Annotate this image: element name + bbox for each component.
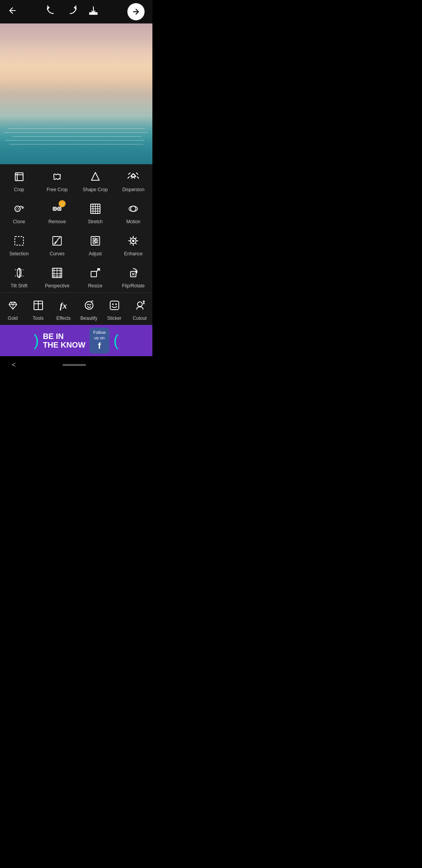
free-crop-icon <box>50 170 64 184</box>
dispersion-icon <box>126 170 140 184</box>
download-button[interactable] <box>88 5 98 18</box>
crop-tool[interactable]: Crop <box>0 164 38 196</box>
ad-text-block: BE IN THE KNOW <box>43 332 86 349</box>
sticker-icon <box>107 298 122 312</box>
ad-line1: BE IN <box>43 332 86 341</box>
remove-icon: 👑 <box>50 202 64 216</box>
ad-banner[interactable]: ) BE IN THE KNOW Follow us on f ( <box>0 325 152 356</box>
svg-point-8 <box>54 208 55 210</box>
crop-label: Crop <box>14 187 24 192</box>
enhance-icon <box>126 234 140 248</box>
svg-point-28 <box>93 242 95 244</box>
sticker-label: Sticker <box>107 316 122 321</box>
tilt-shift-label: Tilt Shift <box>11 283 27 289</box>
cutout-tool[interactable]: Cutout <box>127 293 152 325</box>
svg-point-58 <box>115 303 117 305</box>
stretch-tool[interactable]: Stretch <box>76 196 114 228</box>
gold-label: Gold <box>8 316 18 321</box>
svg-text:fx: fx <box>60 301 67 310</box>
adjust-label: Adjust <box>89 251 102 256</box>
free-crop-tool[interactable]: Free Crop <box>38 164 77 196</box>
system-back-button[interactable]: < <box>12 361 16 369</box>
next-button[interactable] <box>127 3 145 20</box>
tools-row-2: Clone 👑 Remove <box>0 196 152 228</box>
motion-tool[interactable]: Motion <box>114 196 153 228</box>
curves-tool[interactable]: Curves <box>38 228 77 260</box>
resize-icon <box>88 266 102 280</box>
back-button[interactable] <box>8 6 17 18</box>
flip-rotate-icon <box>126 266 140 280</box>
enhance-label: Enhance <box>124 251 143 256</box>
perspective-icon <box>50 266 64 280</box>
tools-tool[interactable]: Tools <box>25 293 51 325</box>
shape-crop-tool[interactable]: Shape Crop <box>76 164 114 196</box>
image-canvas <box>0 23 152 164</box>
premium-badge: 👑 <box>59 200 66 207</box>
remove-label: Remove <box>48 219 66 224</box>
stretch-icon <box>88 202 102 216</box>
ad-left-decoration: ) <box>34 332 39 350</box>
system-nav-pill[interactable] <box>63 364 86 366</box>
tools-row-1: Crop Free Crop Shape Crop <box>0 164 152 196</box>
svg-line-36 <box>135 243 136 244</box>
motion-icon <box>126 202 140 216</box>
tools-row-3: Selection Curves <box>0 228 152 260</box>
ad-us-on-text: us on <box>94 335 105 340</box>
selection-tool[interactable]: Selection <box>0 228 38 260</box>
ad-facebook-block[interactable]: Follow us on f <box>89 328 110 353</box>
tools-row-4: Tilt Shift Perspective <box>0 260 152 292</box>
sticker-tool[interactable]: Sticker <box>102 293 127 325</box>
system-nav: < <box>0 356 152 373</box>
remove-tool[interactable]: 👑 Remove <box>38 196 77 228</box>
gold-tool[interactable]: Gold <box>0 293 25 325</box>
ad-follow-text: Follow <box>93 330 106 335</box>
effects-icon: fx <box>57 298 71 312</box>
tools-panel: Crop Free Crop Shape Crop <box>0 164 152 325</box>
ad-line2: THE KNOW <box>43 341 86 349</box>
top-bar-center <box>46 5 98 18</box>
adjust-icon <box>88 234 102 248</box>
curves-icon <box>50 234 64 248</box>
tilt-shift-tool[interactable]: Tilt Shift <box>0 260 38 292</box>
dispersion-label: Dispersion <box>122 187 145 192</box>
beautify-icon <box>82 298 96 312</box>
gold-icon <box>6 298 20 312</box>
free-crop-label: Free Crop <box>46 187 68 192</box>
tools-bottom-row: Gold Tools fx Effects <box>0 292 152 325</box>
svg-point-9 <box>59 208 60 210</box>
effects-label: Effects <box>56 316 70 321</box>
effects-tool[interactable]: fx Effects <box>51 293 76 325</box>
svg-point-4 <box>16 208 19 210</box>
svg-point-17 <box>131 206 136 212</box>
wave-overlay <box>0 125 152 156</box>
redo-button[interactable] <box>67 5 77 18</box>
resize-label: Resize <box>88 283 102 289</box>
svg-point-21 <box>55 242 56 243</box>
svg-point-27 <box>95 240 97 242</box>
resize-tool[interactable]: Resize <box>76 260 114 292</box>
cutout-icon <box>133 298 147 312</box>
selection-icon <box>12 234 26 248</box>
flip-rotate-tool[interactable]: Flip/Rotate <box>114 260 153 292</box>
svg-point-57 <box>112 303 114 305</box>
ad-be: BE IN <box>43 332 64 341</box>
svg-point-3 <box>15 206 20 212</box>
crop-icon <box>12 170 26 184</box>
perspective-tool[interactable]: Perspective <box>38 260 77 292</box>
svg-line-35 <box>130 238 131 239</box>
beautify-label: Beautify <box>80 316 97 321</box>
beautify-tool[interactable]: Beautify <box>76 293 102 325</box>
cutout-label: Cutout <box>133 316 147 321</box>
enhance-tool[interactable]: Enhance <box>114 228 153 260</box>
svg-point-59 <box>138 302 142 307</box>
svg-point-55 <box>85 301 93 309</box>
svg-point-5 <box>22 207 23 208</box>
undo-button[interactable] <box>46 5 56 18</box>
svg-point-26 <box>93 238 95 240</box>
svg-line-37 <box>135 238 136 239</box>
svg-rect-56 <box>110 301 119 310</box>
dispersion-tool[interactable]: Dispersion <box>114 164 153 196</box>
svg-rect-1 <box>15 173 23 181</box>
adjust-tool[interactable]: Adjust <box>76 228 114 260</box>
clone-tool[interactable]: Clone <box>0 196 38 228</box>
